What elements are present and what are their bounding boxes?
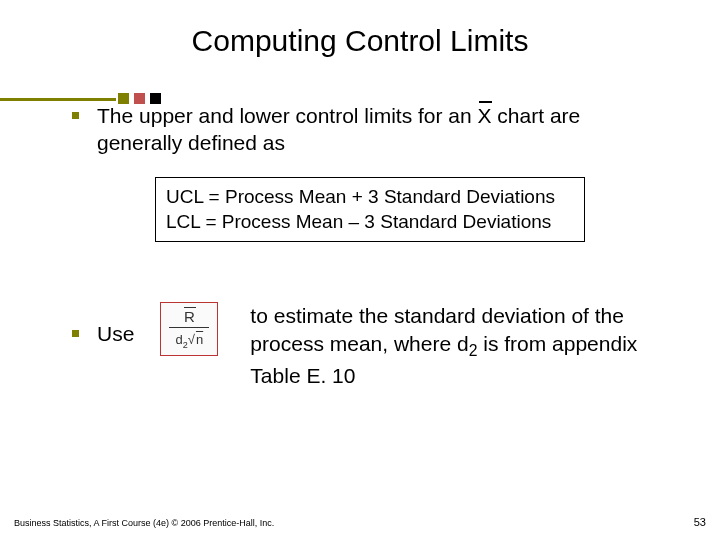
fraction-line-icon [169, 327, 209, 328]
bullet-1-text: The upper and lower control limits for a… [97, 102, 668, 157]
bullet-marker-icon [72, 330, 79, 337]
slide-title: Computing Control Limits [0, 0, 720, 76]
denom-n: n [195, 332, 203, 347]
bullet-marker-icon [72, 112, 79, 119]
bullet-1: The upper and lower control limits for a… [72, 102, 668, 157]
rbar-formula: R d2√n [160, 302, 218, 356]
use-label: Use [97, 302, 134, 348]
bullet-2-text: to estimate the standard deviation of th… [244, 302, 668, 390]
ucl-line: UCL = Process Mean + 3 Standard Deviatio… [166, 184, 574, 210]
footer-text: Business Statistics, A First Course (4e)… [14, 518, 274, 528]
decorative-line [0, 92, 180, 106]
bullet-2: Use R d2√n to estimate the standard devi… [72, 302, 668, 390]
lcl-line: LCL = Process Mean – 3 Standard Deviatio… [166, 209, 574, 235]
denom-d: d [176, 332, 183, 347]
slide-body: The upper and lower control limits for a… [0, 76, 720, 390]
x-bar-symbol: X [478, 102, 492, 129]
formula-numerator: R [161, 307, 217, 327]
sqrt-icon: √ [188, 332, 195, 347]
formula-denominator: d2√n [161, 331, 217, 351]
bullet-1-prefix: The upper and lower control limits for a… [97, 104, 478, 127]
page-number: 53 [694, 516, 706, 528]
formula-box: UCL = Process Mean + 3 Standard Deviatio… [155, 177, 585, 242]
